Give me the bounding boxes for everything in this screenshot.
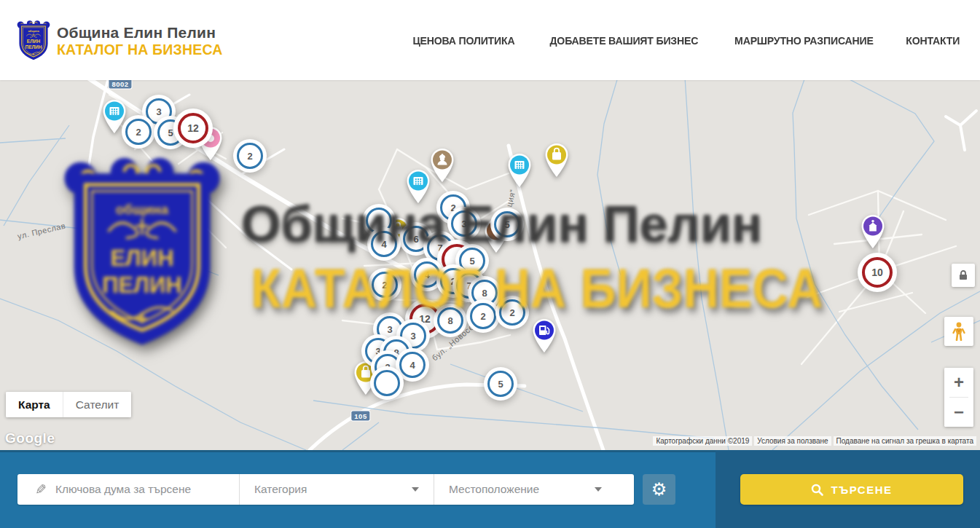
map-type-satellite-button[interactable]: Сателит	[63, 392, 131, 417]
cluster-marker[interactable]: 6	[403, 226, 429, 252]
zoom-in-button[interactable]: +	[944, 368, 973, 397]
site-header: Община Елин Пелин КАТАЛОГ НА БИЗНЕСА ЦЕН…	[0, 0, 980, 80]
attribution-report-link[interactable]: Подаване на сигнал за грешка в картата	[834, 436, 976, 446]
cluster-marker[interactable]: 2	[499, 299, 525, 326]
cluster-marker[interactable]: 5	[487, 371, 514, 397]
chevron-down-icon	[595, 487, 602, 492]
cluster-marker[interactable]: 10	[862, 257, 893, 288]
category-dropdown-label: Категория	[254, 483, 307, 496]
nav-item-add-business[interactable]: ДОБАВЕТЕ ВАШИЯТ БИЗНЕС	[549, 34, 698, 47]
cluster-marker[interactable]	[374, 370, 400, 396]
cluster-marker[interactable]: 4	[399, 352, 426, 378]
nav-item-schedule[interactable]: МАРШРУТНО РАЗПИСАНИЕ	[734, 34, 874, 47]
cluster-marker[interactable]: 8	[437, 307, 463, 334]
lock-button[interactable]	[952, 264, 975, 287]
chevron-down-icon	[412, 487, 419, 492]
cluster-marker[interactable]: 2	[372, 272, 398, 298]
municipality-crest-icon	[16, 20, 51, 61]
cluster-marker[interactable]: 4	[414, 261, 440, 288]
cluster-marker[interactable]: 2	[470, 303, 496, 329]
street-view-pegman-button[interactable]	[944, 317, 973, 346]
cluster-marker[interactable]: 2	[237, 143, 263, 169]
lock-icon	[957, 269, 969, 281]
main-nav: ЦЕНОВА ПОЛИТИКА ДОБАВЕТЕ ВАШИЯТ БИЗНЕС М…	[409, 0, 962, 80]
category-dropdown[interactable]: Категория	[240, 474, 434, 505]
nav-item-pricing[interactable]: ЦЕНОВА ПОЛИТИКА	[413, 34, 515, 47]
search-bar-right-panel: ТЪРСЕНЕ	[716, 450, 980, 528]
cluster-marker[interactable]: 3	[451, 210, 477, 237]
search-button-label: ТЪРСЕНЕ	[831, 484, 892, 496]
cluster-marker[interactable]: 5	[494, 211, 520, 237]
cluster-marker[interactable]: 5	[459, 248, 485, 274]
zoom-control: + −	[944, 368, 973, 427]
map-canvas[interactable]: ул. Преславбул. „Новоселция“8002105 3251…	[0, 80, 980, 450]
cluster-marker[interactable]: 8	[471, 280, 498, 306]
google-logo[interactable]: Google	[5, 430, 55, 446]
search-icon	[811, 484, 823, 496]
pegman-icon	[951, 322, 967, 341]
search-bar: ТЪРСЕНЕ ✎ Категория Местоположение ⚙	[0, 450, 980, 528]
map-type-map-button[interactable]: Карта	[6, 392, 63, 417]
cluster-marker[interactable]	[366, 208, 392, 234]
cluster-marker[interactable]: 2	[125, 119, 152, 145]
site-subtitle: КАТАЛОГ НА БИЗНЕСА	[57, 42, 223, 57]
zoom-out-button[interactable]: −	[944, 398, 973, 427]
search-field-group: ✎ Категория Местоположение	[17, 474, 634, 505]
location-dropdown[interactable]: Местоположение	[434, 474, 616, 505]
site-title: Община Елин Пелин	[57, 25, 223, 41]
keyword-input[interactable]	[54, 482, 239, 497]
attribution-terms-link[interactable]: Условия за ползване	[754, 436, 831, 446]
location-dropdown-label: Местоположение	[449, 483, 539, 496]
site-logo-link[interactable]: Община Елин Пелин КАТАЛОГ НА БИЗНЕСА	[16, 20, 223, 61]
nav-item-contacts[interactable]: КОНТАКТИ	[906, 34, 960, 47]
gear-icon: ⚙	[651, 479, 667, 500]
cluster-marker[interactable]: 4	[371, 231, 397, 257]
attribution-copyright: Картографски данни ©2019	[653, 436, 752, 446]
advanced-settings-button[interactable]: ⚙	[643, 474, 675, 505]
pencil-icon: ✎	[35, 481, 47, 498]
cluster-marker[interactable]: 12	[178, 113, 208, 143]
map-type-control: Карта Сателит	[6, 392, 131, 417]
map-attribution: Картографски данни ©2019 Условия за полз…	[653, 436, 976, 446]
search-button[interactable]: ТЪРСЕНЕ	[740, 474, 963, 505]
